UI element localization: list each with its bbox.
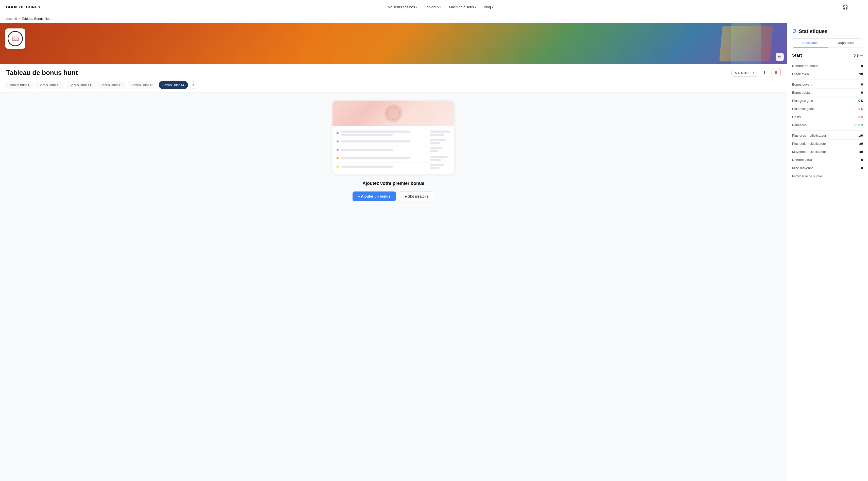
preview-right-line-3b — [430, 150, 438, 152]
stat-label-break-even: Break even — [792, 72, 809, 76]
preview-line-5a — [341, 166, 393, 168]
add-bonus-button[interactable]: + Ajouter un bonus — [352, 191, 396, 201]
brand-logo[interactable]: BOOK OF BONUS — [6, 5, 40, 9]
tab-label-1: Bonus hunt 1 — [10, 83, 29, 87]
stat-moyenne-multiplicateur: Moyenne multiplicateur x0 — [792, 148, 863, 156]
nav-item-machines[interactable]: Machine à sous ▾ — [446, 3, 479, 11]
stat-gains: Gains 0 $ — [792, 113, 863, 121]
stat-label-plus-gros-gain: Plus gros gain — [792, 99, 813, 102]
stat-value-break-even: x0 — [859, 72, 863, 76]
currency-label: $ Dollars — [738, 71, 751, 75]
preview-lines-3 — [341, 149, 427, 151]
nav-casinos-label: Meilleurs casinos — [388, 5, 415, 9]
stat-label-bonus-restant: Bonus restant — [792, 91, 812, 94]
delete-button[interactable]: 🗑 — [772, 68, 781, 77]
preview-lines-1 — [341, 130, 427, 136]
stat-label-plus-petit-gains: Plus petit gains — [792, 107, 814, 111]
sidebar-title: Statistiques — [799, 28, 827, 34]
preview-lines-4 — [341, 157, 427, 159]
tabs-row: Bonus hunt 1 Bonus Hunt 10 Bonus Hunt 11… — [6, 81, 781, 92]
stat-label-moyenne-mult: Moyenne multiplicateur — [792, 150, 826, 154]
stats-edit-icon[interactable]: ✏ — [860, 54, 863, 57]
preview-row-1 — [337, 129, 450, 138]
nav-item-blog[interactable]: Blog ▾ — [481, 3, 496, 11]
random-slot-label: ♠ Slot aléatoire — [405, 194, 428, 198]
preview-lines-2 — [341, 141, 427, 143]
stat-label-nombre-bonus: Nombre de bonus — [792, 64, 818, 68]
sidebar-header: ⏱ Statistiques — [792, 28, 863, 34]
stat-value-benefices: 0.00 $ — [854, 123, 863, 127]
tab-label-10: Bonus Hunt 10 — [38, 83, 60, 87]
preview-lines-5 — [341, 166, 427, 168]
tab-bonus-hunt-1[interactable]: Bonus hunt 1 — [6, 81, 33, 89]
hero-banner: 📖 ✏ — [0, 23, 787, 64]
stat-provider-plus-joue: Provider le plus joué — [792, 172, 863, 180]
preview-right-line-4a — [430, 156, 448, 158]
sidebar-tabs: Statistiques Graphiques — [792, 38, 863, 48]
stat-value-plus-petit-mult: x0 — [859, 142, 863, 146]
trash-icon: 🗑 — [774, 70, 778, 75]
stat-value-plus-gros-mult: x0 — [859, 133, 863, 138]
preview-right-1 — [430, 130, 450, 136]
tab-label-12: Bonus Hunt 12 — [100, 83, 122, 87]
preview-line-3a — [341, 149, 393, 151]
tab-bonus-hunt-11[interactable]: Bonus Hunt 11 — [66, 81, 95, 89]
stat-value-plus-petit-gains: 0 $ — [858, 107, 863, 111]
stat-label-plus-petit-mult: Plus petit multiplicateur — [792, 142, 826, 146]
breadcrumb-current: Tableau Bonus Hunt — [22, 17, 52, 21]
nav-machines-label: Machine à sous — [449, 5, 474, 9]
page-title: Tableau de bonus hunt — [6, 69, 78, 77]
sidebar-tab-graphiques[interactable]: Graphiques — [828, 39, 863, 48]
nav-machines-chevron: ▾ — [475, 6, 476, 8]
preview-right-line-1a — [430, 130, 450, 132]
preview-card — [333, 100, 454, 174]
page-header: Tableau de bonus hunt $ $ Dollars ▾ ⬆ 🗑 — [0, 64, 787, 92]
main-nav: Meilleurs casinos ▾ Tableaux ▾ Machine à… — [385, 3, 496, 11]
preview-right-line-4b — [430, 159, 441, 161]
stat-plus-petit-multiplicateur: Plus petit multiplicateur x0 — [792, 140, 863, 148]
tab-add-button[interactable]: + — [190, 81, 197, 89]
stat-value-mise-moyenne: 0 — [861, 166, 863, 170]
dollar-icon: $ — [735, 71, 737, 75]
stat-benefices: Bénéfices 0.00 $ — [792, 121, 863, 129]
preview-right-2 — [430, 139, 450, 144]
stat-label-mise-moyenne: Mise moyenne — [792, 166, 814, 170]
breadcrumb: Accueil > Tableau Bonus Hunt — [0, 14, 868, 23]
preview-circle-inner — [387, 107, 400, 120]
stat-value-nombre-bonus: 0 — [861, 64, 863, 68]
sidebar-tab-statistiques[interactable]: Statistiques — [793, 39, 828, 48]
preview-line-2a — [341, 141, 410, 143]
preview-row-5 — [337, 162, 450, 171]
upload-button[interactable]: ⬆ — [760, 68, 769, 77]
stats-start-row: Start 0 $ ✏ — [792, 53, 863, 58]
plus-icon: + — [192, 82, 195, 88]
tab-bonus-hunt-12[interactable]: Bonus Hunt 12 — [97, 81, 126, 89]
navbar-actions: 🎧 → — [841, 3, 862, 12]
stats-start-label: Start — [792, 53, 802, 58]
headphones-icon-button[interactable]: 🎧 — [841, 3, 850, 12]
tab-bonus-hunt-10[interactable]: Bonus Hunt 10 — [35, 81, 64, 89]
nav-item-casinos[interactable]: Meilleurs casinos ▾ — [385, 3, 420, 11]
preview-line-4a — [341, 157, 410, 159]
hero-logo-inner: 📖 — [8, 31, 23, 46]
preview-line-1b — [341, 133, 393, 136]
stats-start-value: 0 $ — [854, 53, 859, 57]
hero-edit-button[interactable]: ✏ — [776, 53, 784, 61]
nav-item-tableaux[interactable]: Tableaux ▾ — [422, 3, 444, 11]
logout-icon-button[interactable]: → — [853, 3, 862, 12]
tab-bonus-hunt-14[interactable]: Bonus Hunt 14 — [159, 81, 188, 89]
preview-row-4 — [337, 154, 450, 162]
add-bonus-label: + Ajouter un bonus — [358, 194, 390, 198]
stats-start-value-group: 0 $ ✏ — [854, 53, 863, 57]
breadcrumb-home[interactable]: Accueil — [6, 17, 17, 21]
currency-selector[interactable]: $ $ Dollars ▾ — [732, 69, 757, 77]
tab-bonus-hunt-13[interactable]: Bonus Hunt 13 — [128, 81, 157, 89]
stat-value-moyenne-mult: x0 — [859, 150, 863, 154]
page-layout: 📖 ✏ Tableau de bonus hunt $ $ Dollars ▾ — [0, 23, 868, 481]
stat-label-nombre-x100: Nombre x100 — [792, 158, 812, 162]
random-slot-button[interactable]: ♠ Slot aléatoire — [399, 191, 434, 201]
stat-plus-gros-gain: Plus gros gain 0 $ — [792, 97, 863, 105]
stat-bonus-restant: Bonus restant 0 — [792, 89, 863, 97]
preview-dot-4 — [337, 157, 339, 159]
stat-plus-petit-gains: Plus petit gains 0 $ — [792, 105, 863, 113]
